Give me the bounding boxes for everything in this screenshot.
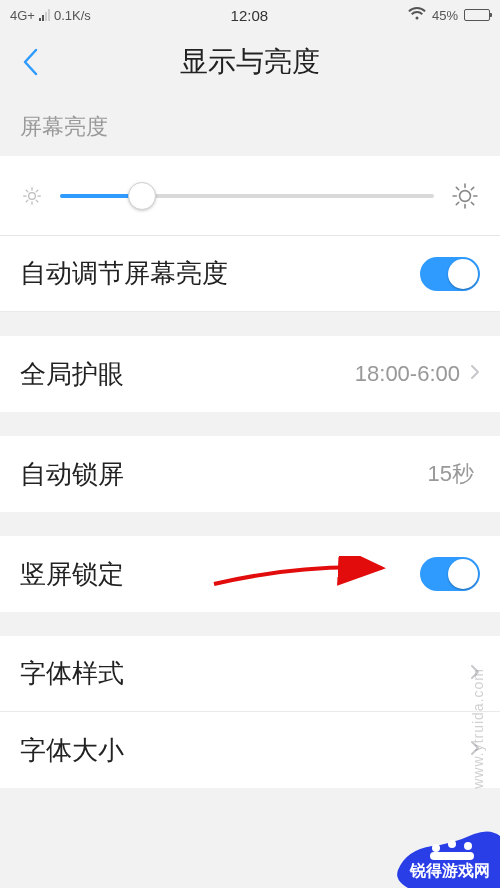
chevron-right-icon [470, 364, 480, 384]
sun-high-icon [452, 183, 478, 209]
portrait-lock-toggle[interactable] [420, 557, 480, 591]
svg-line-15 [471, 202, 473, 204]
status-right: 45% [408, 7, 490, 23]
signal-icon [39, 9, 50, 21]
row-portrait-lock[interactable]: 竖屏锁定 [0, 536, 500, 612]
nav-header: 显示与亮度 [0, 30, 500, 94]
watermark-badge-text: 锐得游戏网 [410, 862, 490, 880]
svg-line-6 [36, 200, 38, 202]
brightness-slider[interactable] [60, 194, 434, 198]
auto-brightness-label: 自动调节屏幕亮度 [20, 256, 228, 291]
svg-line-8 [36, 190, 38, 192]
row-auto-brightness[interactable]: 自动调节屏幕亮度 [0, 236, 500, 312]
page-title: 显示与亮度 [180, 43, 320, 81]
row-eye-protection[interactable]: 全局护眼 18:00-6:00 [0, 336, 500, 412]
auto-lock-label: 自动锁屏 [20, 457, 124, 492]
wifi-icon [408, 7, 426, 23]
svg-point-9 [460, 190, 471, 201]
battery-icon [464, 9, 490, 21]
network-speed: 0.1K/s [54, 8, 91, 23]
back-button[interactable] [16, 42, 44, 82]
row-auto-lock[interactable]: 自动锁屏 15秒 [0, 436, 500, 512]
svg-line-14 [456, 187, 458, 189]
brightness-slider-thumb[interactable] [128, 182, 156, 210]
svg-line-5 [26, 190, 28, 192]
svg-point-19 [432, 844, 440, 852]
status-bar: 4G+ 0.1K/s 12:08 45% [0, 0, 500, 30]
section-label-brightness: 屏幕亮度 [0, 94, 500, 156]
svg-rect-22 [430, 852, 474, 860]
watermark-url: www.ytruida.com [470, 668, 486, 789]
portrait-lock-label: 竖屏锁定 [20, 557, 124, 592]
font-style-label: 字体样式 [20, 656, 124, 691]
auto-brightness-toggle[interactable] [420, 257, 480, 291]
eye-protection-label: 全局护眼 [20, 357, 124, 392]
sun-low-icon [22, 186, 42, 206]
status-time: 12:08 [231, 7, 269, 24]
font-size-label: 字体大小 [20, 733, 124, 768]
row-font-size[interactable]: 字体大小 [0, 712, 500, 788]
auto-lock-value: 15秒 [428, 459, 474, 489]
svg-line-16 [456, 202, 458, 204]
eye-protection-value: 18:00-6:00 [355, 361, 460, 387]
brightness-slider-row [0, 156, 500, 236]
svg-line-7 [26, 200, 28, 202]
row-font-style[interactable]: 字体样式 [0, 636, 500, 712]
svg-point-20 [448, 840, 456, 848]
svg-point-0 [29, 192, 36, 199]
battery-percent: 45% [432, 8, 458, 23]
watermark-badge: 锐得游戏网 [380, 824, 500, 888]
network-type: 4G+ [10, 8, 35, 23]
status-left: 4G+ 0.1K/s [10, 8, 91, 23]
svg-line-17 [471, 187, 473, 189]
annotation-arrow [210, 556, 390, 592]
svg-point-21 [464, 842, 472, 850]
